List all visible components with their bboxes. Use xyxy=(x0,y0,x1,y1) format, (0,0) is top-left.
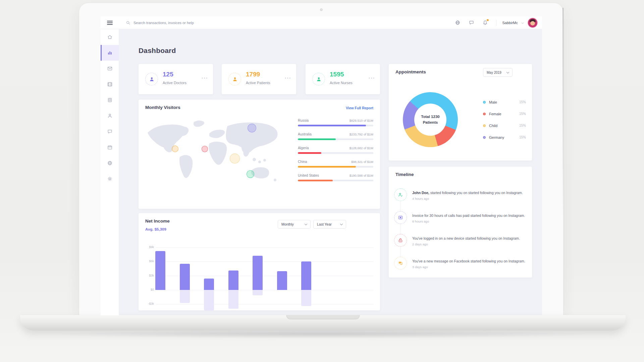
income-bar xyxy=(301,261,311,290)
tablet-icon xyxy=(107,97,113,103)
topbar-right: SabbirMc xyxy=(447,18,542,27)
progress-track xyxy=(298,125,373,126)
legend-label: Germany xyxy=(489,135,504,139)
more-icon[interactable]: ··· xyxy=(369,75,375,81)
settings-icon xyxy=(107,176,113,182)
film-icon xyxy=(107,81,113,87)
country-value: $98,321 of $1M xyxy=(351,160,373,164)
person-icon xyxy=(312,73,325,85)
progress-track xyxy=(298,166,373,168)
sidebar-item-user[interactable] xyxy=(101,108,119,124)
timeline-time: 4 hours ago xyxy=(412,196,527,201)
income-bar xyxy=(155,251,165,290)
topbar-divider xyxy=(496,20,496,26)
laptop-shadow xyxy=(54,330,590,339)
donut-total-label: Total 1230 xyxy=(421,114,439,120)
country-row: Algeria$128,682 of $1M xyxy=(298,146,373,154)
user-menu[interactable]: SabbirMc xyxy=(502,18,537,27)
more-icon[interactable]: ··· xyxy=(285,75,291,81)
legend-label: Female xyxy=(489,112,501,116)
legend-percent: 15% xyxy=(519,100,526,104)
bar-shadow xyxy=(228,290,238,309)
sidebar-item-film[interactable] xyxy=(101,76,119,92)
main-content: Dashboard 125Active Doctors···1799Active… xyxy=(119,29,542,315)
stat-label: Active Patients xyxy=(246,81,270,85)
legend-percent: 15% xyxy=(519,124,526,127)
gridline xyxy=(156,304,373,304)
timeline-card: Timeline John Doe, started following you… xyxy=(389,167,532,278)
country-value: $829,510 of $1M xyxy=(350,119,373,122)
bar-shadow xyxy=(301,290,311,306)
messages-icon[interactable] xyxy=(469,20,474,25)
sidebar-item-chat[interactable] xyxy=(101,124,119,139)
card-title: Timeline xyxy=(395,172,414,177)
income-bar xyxy=(204,279,214,290)
mail-icon xyxy=(107,66,113,71)
timeline-text: Invoice for 30 hours of calls has paid s… xyxy=(412,213,527,224)
search-input[interactable] xyxy=(133,21,241,25)
country-name: United States xyxy=(298,173,319,177)
sidebar-item-bar-chart[interactable] xyxy=(101,45,119,61)
y-axis-label: $3k xyxy=(142,274,154,277)
country-name: Algeria xyxy=(298,146,309,150)
sidebar-item-globe[interactable] xyxy=(101,155,119,171)
y-axis-label: -$3k xyxy=(142,302,154,305)
sidebar-item-home[interactable] xyxy=(101,29,119,45)
calendar-icon xyxy=(107,144,113,150)
legend-item-child: Child15% xyxy=(483,122,526,129)
legend-item-male: Male15% xyxy=(483,99,526,105)
y-axis-label: $9k xyxy=(142,245,154,249)
card-title: Monthly Visitors xyxy=(145,105,180,110)
donut-sub-label: Patients xyxy=(423,120,438,125)
income-bar xyxy=(228,270,238,290)
sidebar-item-mail[interactable] xyxy=(101,61,119,76)
notifications-bell-icon[interactable] xyxy=(482,20,488,25)
stat-label: Active Nurses xyxy=(330,81,353,85)
range-dropdown[interactable]: Last Year xyxy=(313,220,346,229)
dropdown-value: Last Year xyxy=(317,222,332,226)
monthly-visitors-card: Monthly Visitors View Full Report xyxy=(139,100,380,209)
income-bar xyxy=(253,256,263,290)
more-icon[interactable]: ··· xyxy=(202,75,208,81)
appointments-card: Appointments May 2019 Total 1230 Patient… xyxy=(389,64,532,161)
chat-double-icon xyxy=(394,257,407,269)
legend-ring-icon xyxy=(483,113,486,115)
timeline-text: John Doe, started following you on start… xyxy=(412,190,527,201)
legend-label: Male xyxy=(489,100,497,104)
stat-label: Active Doctors xyxy=(163,81,186,85)
net-income-card: $9k$6k$3k$0-$3k Net Income Avg. $5,309 M… xyxy=(139,213,380,310)
y-axis-label: $6k xyxy=(142,259,154,263)
person-icon xyxy=(228,73,241,85)
country-row: Australia$233,792 of $1M xyxy=(298,132,373,140)
country-row: United States$190,588 of $1M xyxy=(298,173,373,181)
user-icon xyxy=(107,113,113,119)
gridline xyxy=(156,261,373,262)
progress-fill xyxy=(298,180,333,181)
interval-dropdown[interactable]: Monthly xyxy=(278,220,311,229)
view-full-report-link[interactable]: View Full Report xyxy=(346,106,373,110)
legend-ring-icon xyxy=(483,101,486,104)
topbar: SabbirMc xyxy=(101,16,542,29)
app-screen: SabbirMc Dashboard 125Active Doctors···1… xyxy=(101,16,542,315)
y-axis-label: $0 xyxy=(142,288,154,291)
globe-icon[interactable] xyxy=(455,20,461,25)
sidebar-item-calendar[interactable] xyxy=(101,139,119,155)
sidebar-item-tablet[interactable] xyxy=(101,92,119,108)
lock-icon xyxy=(394,234,407,247)
chevron-down-icon xyxy=(521,21,525,25)
sidebar-item-settings[interactable] xyxy=(101,171,119,187)
map-marker-north-america xyxy=(172,145,178,152)
country-row: Russia$829,510 of $1M xyxy=(298,118,373,126)
country-value: $128,682 of $1M xyxy=(350,146,373,150)
country-name: Australia xyxy=(298,132,312,136)
country-name: Russia xyxy=(298,118,309,122)
dropdown-value: Monthly xyxy=(281,222,294,226)
month-dropdown[interactable]: May 2019 xyxy=(483,68,513,77)
world-map-svg xyxy=(144,117,286,191)
stat-card-active-doctors: 125Active Doctors··· xyxy=(139,64,213,94)
legend-ring-icon xyxy=(483,124,486,127)
hamburger-menu-icon[interactable] xyxy=(101,20,119,26)
average-value-label: Avg. $5,309 xyxy=(145,227,166,231)
legend-item-germany: Germany15% xyxy=(483,134,526,140)
chevron-down-icon xyxy=(340,222,343,225)
